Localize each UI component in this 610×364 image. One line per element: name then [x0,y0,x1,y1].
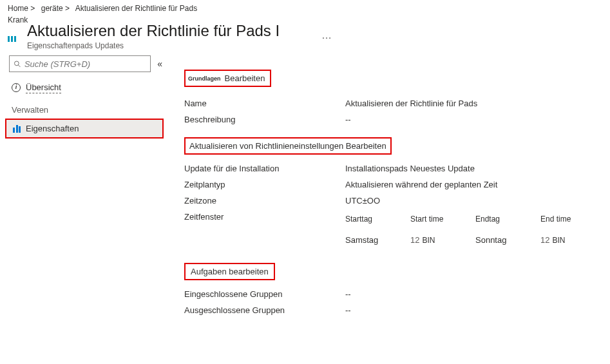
tw-endday: Sonntag [475,235,525,245]
tw-end-u: BIN [552,236,565,245]
page-title: Aktualisieren der Richtlinie für Pads I [27,22,321,40]
nav-overview[interactable]: Übersicht [5,79,166,96]
settings-edit-link[interactable]: Aktualisieren von Richtlinieneinstellung… [189,141,386,151]
svg-line-1 [18,64,20,66]
search-icon [14,60,21,68]
nav-overview-label: Übersicht [26,82,61,92]
tw-starttime-header: Start time [410,215,460,224]
excluded-label: Ausgeschlossene Gruppen [184,305,345,315]
search-box[interactable] [9,55,151,72]
basics-grid: Name Aktualisieren der Richtlinie für Pa… [184,99,597,124]
name-label: Name [184,99,345,108]
desc-value: -- [345,115,597,124]
info-icon [12,83,21,92]
window-label: Zeitfenster [184,212,345,245]
search-input[interactable] [24,59,146,69]
tw-endtime-header: End time [540,215,590,224]
included-value: -- [345,289,597,299]
sched-label: Zeitplantyp [184,180,345,189]
tz-value: UTC±OO [345,196,597,206]
update-value: Installationspads Neuestes Update [345,164,597,173]
nav-properties[interactable]: Eigenschaften [6,120,162,137]
tw-endday-header: Endtag [475,215,525,224]
tw-endtime: 12 BIN [540,235,590,245]
name-value: Aktualisieren der Richtlinie für Pads [345,99,597,108]
tw-startday: Samstag [345,235,395,245]
basics-edit-link[interactable]: Bearbeiten [225,73,265,83]
tw-end-n: 12 [540,235,549,245]
breadcrumb-home[interactable]: Home > [8,4,35,13]
content-area: Grundlagen Bearbeiten Name Aktualisieren… [166,52,610,315]
breadcrumb-current: Aktualisieren der Richtlinie für Pads [75,4,197,13]
included-label: Eingeschlossene Gruppen [184,289,345,299]
more-actions-button[interactable]: … [321,24,602,41]
tw-start-u: BIN [422,236,435,245]
breadcrumb-devices[interactable]: geräte > [41,4,70,13]
collapse-sidebar-button[interactable]: « [157,59,162,69]
settings-grid: Update für die Installation Installation… [184,164,597,245]
highlight-tasks-edit: Aufgaben bearbeiten [184,263,275,280]
highlight-basics-edit: Grundlagen Bearbeiten [184,70,271,87]
tw-starttime: 12 BIN [410,235,460,245]
basics-label: Grundlagen [188,75,221,82]
breadcrumb: Home > geräte > Aktualisieren der Richtl… [0,0,610,14]
title-row: Aktualisieren der Richtlinie für Pads I … [0,24,610,52]
desc-label: Beschreibung [184,115,345,124]
sched-value: Aktualisieren während der geplanten Zeit [345,180,597,189]
sidebar: « Übersicht Verwalten Eigenschaften [5,52,166,315]
tw-startday-header: Starttag [345,215,395,224]
highlight-settings-edit: Aktualisieren von Richtlinieneinstellung… [184,137,392,155]
svg-point-0 [14,61,19,66]
excluded-value: -- [345,305,597,315]
timewindow-table: Starttag Start time Endtag End time Sams… [345,215,590,245]
groups-grid: Eingeschlossene Gruppen -- Ausgeschlosse… [184,289,597,315]
nav-section-manage: Verwalten [5,96,166,119]
tasks-edit-link[interactable]: Aufgaben bearbeiten [191,267,269,276]
tw-start-n: 12 [410,235,419,245]
nav-properties-label: Eigenschaften [26,124,79,133]
page-subtitle: Eigenschaftenpads Updates [27,41,321,50]
tz-label: Zeitzone [184,196,345,206]
update-label: Update für die Installation [184,164,345,173]
properties-icon [13,125,21,133]
update-policy-icon [8,24,27,42]
highlight-properties: Eigenschaften [5,119,164,139]
